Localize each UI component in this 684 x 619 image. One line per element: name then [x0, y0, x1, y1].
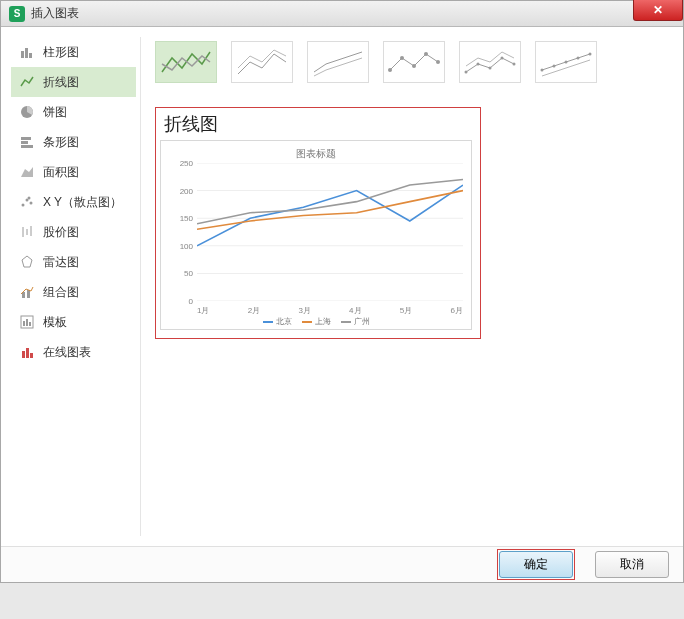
line-subtype-3[interactable] [383, 41, 445, 83]
dialog-footer: 确定 取消 [1, 546, 683, 582]
y-tick: 50 [184, 269, 193, 278]
line-icon [19, 74, 35, 90]
sidebar-item-scatter[interactable]: X Y（散点图） [11, 187, 136, 217]
hbar-icon [19, 134, 35, 150]
sidebar-item-label: 柱形图 [43, 44, 79, 61]
svg-point-8 [22, 204, 25, 207]
chart-title: 图表标题 [169, 147, 463, 161]
sidebar-item-label: 面积图 [43, 164, 79, 181]
svg-point-38 [577, 57, 580, 60]
x-tick: 4月 [349, 305, 361, 315]
sidebar-item-label: 模板 [43, 314, 67, 331]
svg-marker-7 [21, 167, 33, 177]
sidebar-item-radar[interactable]: 雷达图 [11, 247, 136, 277]
svg-point-10 [30, 202, 33, 205]
line-subtype-5[interactable] [535, 41, 597, 83]
sidebar-item-template[interactable]: 模板 [11, 307, 136, 337]
svg-point-30 [465, 71, 468, 74]
sidebar-item-label: 在线图表 [43, 344, 91, 361]
line-subtype-2[interactable] [307, 41, 369, 83]
close-button[interactable]: ✕ [633, 0, 683, 21]
ok-button-highlight: 确定 [497, 549, 575, 580]
preview-heading: 折线图 [164, 112, 476, 136]
y-tick: 150 [180, 214, 193, 223]
y-axis-ticks: 050100150200250 [167, 163, 195, 301]
sidebar-item-stock[interactable]: 股价图 [11, 217, 136, 247]
line-subtype-0[interactable] [155, 41, 217, 83]
sidebar-item-pie[interactable]: 饼图 [11, 97, 136, 127]
chart-subtype-row [155, 41, 663, 83]
svg-rect-1 [25, 48, 28, 58]
svg-marker-15 [22, 256, 32, 267]
cancel-button[interactable]: 取消 [595, 551, 669, 578]
svg-point-35 [541, 69, 544, 72]
x-tick: 5月 [400, 305, 412, 315]
x-axis-ticks: 1月2月3月4月5月6月 [197, 305, 463, 315]
svg-rect-21 [29, 322, 31, 326]
svg-rect-24 [30, 353, 33, 358]
svg-rect-20 [26, 319, 28, 326]
svg-point-31 [477, 63, 480, 66]
sidebar-item-label: 组合图 [43, 284, 79, 301]
sidebar-item-online[interactable]: 在线图表 [11, 337, 136, 367]
svg-rect-19 [23, 321, 25, 326]
chart-preview-highlight: 折线图 图表标题 050100150200250 1月2月3月4月5月6月 北京… [155, 107, 481, 339]
chart-plot-area [197, 163, 463, 301]
x-tick: 3月 [298, 305, 310, 315]
svg-rect-2 [29, 53, 32, 58]
svg-rect-17 [27, 290, 30, 298]
svg-point-34 [513, 63, 516, 66]
svg-point-39 [589, 53, 592, 56]
line-subtype-4[interactable] [459, 41, 521, 83]
dialog-body: 柱形图折线图饼图条形图面积图X Y（散点图）股价图雷达图组合图模板在线图表 折线… [1, 27, 683, 546]
chart-main-panel: 折线图 图表标题 050100150200250 1月2月3月4月5月6月 北京… [141, 37, 673, 536]
x-tick: 6月 [451, 305, 463, 315]
area-icon [19, 164, 35, 180]
ok-button[interactable]: 确定 [499, 551, 573, 578]
radar-icon [19, 254, 35, 270]
chart-legend: 北京上海广州 [161, 316, 471, 327]
svg-point-25 [388, 68, 392, 72]
svg-point-36 [553, 65, 556, 68]
sidebar-item-label: X Y（散点图） [43, 194, 122, 211]
svg-rect-5 [21, 141, 28, 144]
sidebar-item-area[interactable]: 面积图 [11, 157, 136, 187]
sidebar-item-label: 饼图 [43, 104, 67, 121]
sidebar-item-line[interactable]: 折线图 [11, 67, 136, 97]
svg-point-32 [489, 67, 492, 70]
chart-preview: 图表标题 050100150200250 1月2月3月4月5月6月 北京上海广州 [160, 140, 472, 330]
svg-point-37 [565, 61, 568, 64]
svg-rect-0 [21, 51, 24, 58]
svg-point-11 [28, 197, 31, 200]
svg-rect-4 [21, 137, 31, 140]
sidebar-item-bar[interactable]: 柱形图 [11, 37, 136, 67]
sidebar-item-label: 折线图 [43, 74, 79, 91]
svg-point-27 [412, 64, 416, 68]
legend-item: 北京 [263, 316, 292, 327]
titlebar: S 插入图表 ✕ [1, 1, 683, 27]
y-tick: 0 [189, 297, 193, 306]
y-tick: 250 [180, 159, 193, 168]
sidebar-item-hbar[interactable]: 条形图 [11, 127, 136, 157]
bar-icon [19, 44, 35, 60]
online-icon [19, 344, 35, 360]
x-tick: 2月 [248, 305, 260, 315]
legend-item: 上海 [302, 316, 331, 327]
insert-chart-dialog: S 插入图表 ✕ 柱形图折线图饼图条形图面积图X Y（散点图）股价图雷达图组合图… [0, 0, 684, 583]
app-icon: S [9, 6, 25, 22]
sidebar-item-label: 雷达图 [43, 254, 79, 271]
svg-point-28 [424, 52, 428, 56]
sidebar-item-label: 条形图 [43, 134, 79, 151]
y-tick: 100 [180, 241, 193, 250]
svg-point-29 [436, 60, 440, 64]
stock-icon [19, 224, 35, 240]
svg-rect-23 [26, 348, 29, 358]
sidebar-item-combo[interactable]: 组合图 [11, 277, 136, 307]
svg-point-26 [400, 56, 404, 60]
window-title: 插入图表 [31, 5, 79, 22]
chart-type-sidebar: 柱形图折线图饼图条形图面积图X Y（散点图）股价图雷达图组合图模板在线图表 [11, 37, 141, 536]
sidebar-item-label: 股价图 [43, 224, 79, 241]
close-icon: ✕ [653, 3, 663, 17]
scatter-icon [19, 194, 35, 210]
line-subtype-1[interactable] [231, 41, 293, 83]
